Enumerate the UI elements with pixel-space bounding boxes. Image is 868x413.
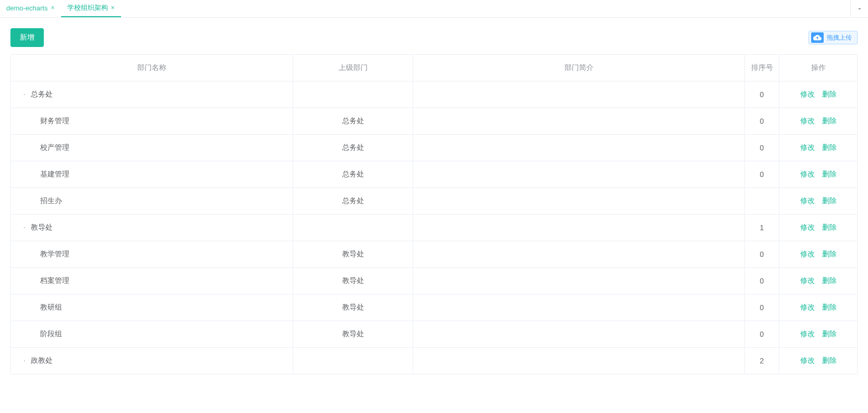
cell-parent: 总务处 bbox=[293, 135, 413, 161]
cell-desc bbox=[413, 294, 744, 321]
cell-ops: 修改删除 bbox=[779, 215, 857, 241]
dept-name-text: 档案管理 bbox=[40, 276, 69, 286]
delete-link[interactable]: 删除 bbox=[820, 329, 839, 339]
delete-link[interactable]: 删除 bbox=[820, 196, 839, 206]
cell-order: 0 bbox=[744, 241, 779, 267]
cell-desc bbox=[413, 321, 744, 347]
cell-ops: 修改删除 bbox=[779, 135, 857, 161]
cell-name: 教学管理 bbox=[11, 241, 293, 267]
edit-link[interactable]: 修改 bbox=[798, 143, 817, 152]
cell-parent bbox=[293, 81, 413, 108]
cell-desc bbox=[413, 161, 744, 187]
dept-name-text: 招生办 bbox=[40, 196, 62, 206]
cell-ops: 修改删除 bbox=[779, 81, 857, 108]
chevron-down-icon bbox=[856, 5, 863, 13]
cell-parent: 总务处 bbox=[293, 161, 413, 187]
dept-name-text: 教学管理 bbox=[40, 250, 69, 259]
dept-name-text: 教研组 bbox=[40, 303, 62, 312]
cell-parent: 总务处 bbox=[293, 188, 413, 214]
table-row: 校产管理总务处0修改删除 bbox=[11, 135, 857, 161]
edit-link[interactable]: 修改 bbox=[798, 196, 817, 206]
edit-link[interactable]: 修改 bbox=[798, 90, 817, 99]
tab-label: 学校组织架构 bbox=[67, 3, 108, 13]
col-header-name: 部门名称 bbox=[11, 55, 293, 81]
cell-ops: 修改删除 bbox=[779, 268, 857, 294]
edit-link[interactable]: 修改 bbox=[798, 303, 817, 312]
cell-desc bbox=[413, 135, 744, 161]
cell-order: 2 bbox=[744, 348, 779, 374]
cell-name: 校产管理 bbox=[11, 135, 293, 161]
cell-name: 招生办 bbox=[11, 188, 293, 214]
cell-name: 总务处 bbox=[11, 81, 293, 108]
cell-order: 0 bbox=[744, 294, 779, 321]
delete-link[interactable]: 删除 bbox=[820, 143, 839, 152]
cell-ops: 修改删除 bbox=[779, 188, 857, 214]
cell-order: 0 bbox=[744, 161, 779, 187]
tab-1[interactable]: 学校组织架构× bbox=[61, 0, 121, 17]
cell-desc bbox=[413, 108, 744, 134]
cell-parent bbox=[293, 348, 413, 374]
dept-name-text: 教导处 bbox=[31, 223, 53, 232]
cell-order bbox=[744, 188, 779, 214]
edit-link[interactable]: 修改 bbox=[798, 223, 817, 232]
cell-parent bbox=[293, 215, 413, 241]
cell-desc bbox=[413, 81, 744, 108]
table-row: 总务处0修改删除 bbox=[11, 81, 857, 108]
col-header-parent: 上级部门 bbox=[293, 55, 413, 81]
delete-link[interactable]: 删除 bbox=[820, 90, 839, 99]
cell-ops: 修改删除 bbox=[779, 294, 857, 321]
edit-link[interactable]: 修改 bbox=[798, 170, 817, 179]
delete-link[interactable]: 删除 bbox=[820, 276, 839, 286]
cell-name: 档案管理 bbox=[11, 268, 293, 294]
dept-name-text: 校产管理 bbox=[40, 143, 69, 152]
cell-desc bbox=[413, 268, 744, 294]
dept-name-text: 基建管理 bbox=[40, 170, 69, 179]
drag-upload-button[interactable]: 拖拽上传 bbox=[809, 31, 858, 44]
table-header: 部门名称 上级部门 部门简介 排序号 操作 bbox=[11, 55, 857, 81]
delete-link[interactable]: 删除 bbox=[820, 170, 839, 179]
org-table: 部门名称 上级部门 部门简介 排序号 操作 总务处0修改删除财务管理总务处0修改… bbox=[10, 54, 858, 374]
delete-link[interactable]: 删除 bbox=[820, 356, 839, 365]
drag-upload-label: 拖拽上传 bbox=[827, 33, 852, 42]
edit-link[interactable]: 修改 bbox=[798, 329, 817, 339]
cell-ops: 修改删除 bbox=[779, 108, 857, 134]
chevron-down-icon[interactable] bbox=[20, 223, 29, 232]
tab-0[interactable]: demo-echarts× bbox=[0, 0, 61, 17]
tabs-bar: demo-echarts×学校组织架构× bbox=[0, 0, 868, 18]
table-row: 招生办总务处修改删除 bbox=[11, 188, 857, 215]
edit-link[interactable]: 修改 bbox=[798, 250, 817, 259]
cell-name: 基建管理 bbox=[11, 161, 293, 187]
delete-link[interactable]: 删除 bbox=[820, 223, 839, 232]
col-header-desc: 部门简介 bbox=[413, 55, 744, 81]
cell-order: 0 bbox=[744, 135, 779, 161]
table-row: 教研组教导处0修改删除 bbox=[11, 294, 857, 321]
col-header-ops: 操作 bbox=[779, 55, 857, 81]
cell-desc bbox=[413, 348, 744, 374]
cell-ops: 修改删除 bbox=[779, 321, 857, 347]
edit-link[interactable]: 修改 bbox=[798, 116, 817, 126]
delete-link[interactable]: 删除 bbox=[820, 303, 839, 312]
cell-parent: 教导处 bbox=[293, 294, 413, 321]
chevron-right-icon[interactable] bbox=[20, 357, 29, 365]
cell-name: 政教处 bbox=[11, 348, 293, 374]
cell-desc bbox=[413, 188, 744, 214]
cell-ops: 修改删除 bbox=[779, 348, 857, 374]
delete-link[interactable]: 删除 bbox=[820, 250, 839, 259]
cell-parent: 教导处 bbox=[293, 321, 413, 347]
edit-link[interactable]: 修改 bbox=[798, 276, 817, 286]
add-button[interactable]: 新增 bbox=[10, 28, 44, 47]
dept-name-text: 财务管理 bbox=[40, 116, 69, 126]
tabs-overflow-button[interactable] bbox=[850, 0, 868, 17]
table-row: 财务管理总务处0修改删除 bbox=[11, 108, 857, 135]
edit-link[interactable]: 修改 bbox=[798, 356, 817, 365]
cell-ops: 修改删除 bbox=[779, 241, 857, 267]
cloud-upload-icon bbox=[811, 32, 824, 43]
tab-label: demo-echarts bbox=[6, 4, 47, 12]
close-icon[interactable]: × bbox=[51, 5, 54, 11]
close-icon[interactable]: × bbox=[111, 5, 115, 11]
cell-name: 财务管理 bbox=[11, 108, 293, 134]
delete-link[interactable]: 删除 bbox=[820, 116, 839, 126]
table-row: 档案管理教导处0修改删除 bbox=[11, 268, 857, 294]
chevron-down-icon[interactable] bbox=[20, 90, 29, 99]
cell-order: 0 bbox=[744, 268, 779, 294]
